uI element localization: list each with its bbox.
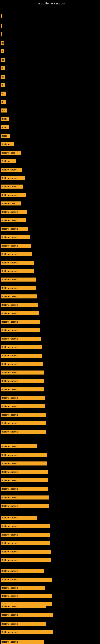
bar-row: Bo xyxy=(1,41,4,45)
bar-row: Bottleneck result xyxy=(1,504,49,508)
bar: Bottleneck result xyxy=(1,496,49,500)
bar-row: Bottleneck result xyxy=(1,524,50,528)
bar: E xyxy=(1,32,2,36)
bar: Bottleneck result xyxy=(1,244,31,248)
bar: Bottleneck result xyxy=(1,328,40,332)
bar: Bottleneck result xyxy=(1,578,51,582)
bar: Bo xyxy=(1,66,5,70)
bar-row: Bottleneck result xyxy=(1,370,44,375)
bar-row: Bottleneck result xyxy=(1,269,34,273)
bar-row: Bottleneck result xyxy=(1,396,45,400)
bar: Bottleneck resu xyxy=(1,168,22,172)
bar: Bottle xyxy=(1,117,9,121)
bar: Bottleneck result xyxy=(1,379,44,383)
bar-row: Bottleneck result xyxy=(1,328,40,332)
bar-row: Bo xyxy=(1,58,5,62)
bar-row: Bottleneck result xyxy=(1,244,31,248)
bar-row: Bottleneck res xyxy=(1,201,21,206)
bar-row: Bottleneck result xyxy=(1,421,46,426)
bar: Bottleneck result xyxy=(1,533,50,537)
bar-row: Bottleneck result xyxy=(1,210,27,214)
bar-row: Bottleneck result xyxy=(1,176,25,180)
bar-row: Bottleneck result xyxy=(1,622,46,626)
bar: Bottleneck result xyxy=(1,396,45,400)
bar: Bottl xyxy=(1,126,9,130)
bar-row: Bottleneck result xyxy=(1,379,44,383)
bar-row: Bottleneck resu xyxy=(1,184,23,189)
bar: Bottleneck result xyxy=(1,337,41,341)
bar-row: Bottleneck result xyxy=(1,586,45,590)
bar-row: Bottleneck result xyxy=(1,532,50,537)
bar: Bottleneck result xyxy=(1,286,36,290)
bar-row: Bottleneck result xyxy=(1,470,48,474)
bar-row: Bottleneck result xyxy=(1,286,36,290)
bar-row: Bottleneck result xyxy=(1,640,44,644)
bar-row: Bottleneck result xyxy=(1,193,26,197)
bar: Bottleneck result xyxy=(1,594,52,598)
bar-row: Bottleneck result xyxy=(1,277,36,282)
bar: Bottleneck result xyxy=(1,303,38,307)
bar: Bottleneck resu xyxy=(1,218,26,222)
bar: Bottleneck result xyxy=(1,269,34,273)
bar: Bottleneck xyxy=(1,159,16,163)
bar-row: Bottleneck result xyxy=(1,541,50,546)
bar: B xyxy=(1,49,3,53)
bar-row: Bottleneck result xyxy=(1,495,49,500)
bar-row: Bottleneck result xyxy=(1,412,46,417)
bar-row: Bottleneck result xyxy=(1,630,53,634)
bar: Bottleneck res xyxy=(1,202,21,206)
bar-row: Bottleneck result xyxy=(1,550,51,554)
bar-row: Bottle xyxy=(1,134,10,138)
bar-row: Bottleneck result xyxy=(1,303,38,307)
bar-row: Bottleneck res xyxy=(1,150,21,155)
bar: Bottleneck result xyxy=(1,516,37,520)
bar: Bottleneck result xyxy=(1,524,50,528)
bar-row: Bottleneck result xyxy=(1,516,37,520)
bar: Bottleneck result xyxy=(1,558,51,562)
bar-row: Bottleneck result xyxy=(1,252,32,256)
bar: Bottleneck result xyxy=(1,430,47,434)
bar: Bottleneck result xyxy=(1,388,44,392)
bar-row xyxy=(1,14,2,18)
bar: Bottleneck result xyxy=(1,550,51,554)
bar: Bottleneck result xyxy=(1,462,47,466)
bar-row: E xyxy=(1,32,2,37)
bar: Bottleneck result xyxy=(1,260,34,265)
bar: Bottleneck result xyxy=(1,193,26,197)
bar-row: Bo xyxy=(1,100,6,104)
bar: Bottleneck result xyxy=(1,227,28,231)
bar-row: Bo xyxy=(1,66,5,70)
bar: Bottleneck result xyxy=(1,470,48,474)
bar: Bottleneck result xyxy=(1,613,53,617)
bar-row: Bott xyxy=(1,108,7,113)
bar: Bottleneck result xyxy=(1,640,44,644)
bar-row: Bo xyxy=(1,91,6,96)
bar: Bottleneck result xyxy=(1,311,39,315)
bar: Bottleneck result xyxy=(1,622,46,626)
bar-row: Bottleneck result xyxy=(1,404,45,408)
bar: Bottleneck result xyxy=(1,294,37,298)
bar: Bottleneck result xyxy=(1,453,47,457)
bar: Bott xyxy=(1,108,7,112)
bar: Bottleneck result xyxy=(1,421,46,425)
bar-row: Bottleneck result xyxy=(1,604,46,608)
bar-row: Bottleneck result xyxy=(1,336,41,341)
bar: Bottleneck result xyxy=(1,252,32,256)
bar-row: Bottleneck result xyxy=(1,478,48,482)
bar-row: Bottleneck result xyxy=(1,345,42,349)
bar xyxy=(1,24,2,28)
bar: Bo xyxy=(1,75,5,79)
bar: Bottleneck result xyxy=(1,235,30,239)
bar: Bottleneck result xyxy=(1,504,49,508)
bar-row: Bottleneck result xyxy=(1,578,51,582)
bar: Bottleneck resu xyxy=(1,184,23,188)
bar-row: Bottleneck result xyxy=(1,594,52,598)
bar: Bo xyxy=(1,83,5,87)
bar: Bottleneck result xyxy=(1,176,25,180)
bar-row: Bottleneck result xyxy=(1,612,53,617)
bar xyxy=(1,14,2,18)
bar-row xyxy=(1,24,2,28)
bar: Bottleneck result xyxy=(1,354,42,358)
bar: Bottleneck result xyxy=(1,586,45,590)
bar-row: Bottleneck result xyxy=(1,354,42,358)
